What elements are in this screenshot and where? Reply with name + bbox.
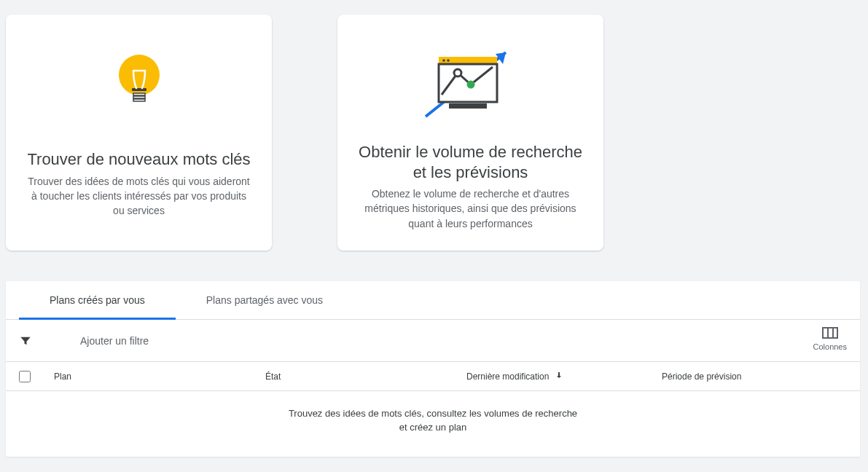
columns-icon xyxy=(822,327,838,340)
card-search-volume[interactable]: Obtenir le volume de recherche et les pr… xyxy=(337,15,603,251)
columns-button[interactable]: Colonnes xyxy=(813,327,847,351)
col-header-modified[interactable]: Dernière modification xyxy=(466,371,662,382)
svg-rect-14 xyxy=(823,328,837,338)
filter-icon[interactable] xyxy=(19,334,51,347)
columns-label: Colonnes xyxy=(813,342,847,351)
card-desc: Obtenez le volume de recherche et d'autr… xyxy=(358,186,583,231)
sort-desc-icon xyxy=(555,371,563,382)
card-title: Obtenir le volume de recherche et les pr… xyxy=(358,142,583,182)
tab-my-plans[interactable]: Plans créés par vous xyxy=(19,281,176,320)
card-title: Trouver de nouveaux mots clés xyxy=(27,149,250,170)
svg-rect-13 xyxy=(449,103,487,109)
card-find-keywords[interactable]: Trouver de nouveaux mots clés Trouver de… xyxy=(6,15,272,251)
card-desc: Trouver des idées de mots clés qui vous … xyxy=(26,174,251,219)
col-header-plan[interactable]: Plan xyxy=(54,371,265,382)
svg-rect-4 xyxy=(133,99,145,101)
col-header-modified-label: Dernière modification xyxy=(466,371,549,382)
col-header-state[interactable]: État xyxy=(265,371,466,382)
svg-rect-2 xyxy=(133,93,145,95)
svg-point-12 xyxy=(466,81,474,89)
col-header-period[interactable]: Période de prévision xyxy=(662,371,860,382)
lightbulb-icon xyxy=(112,44,167,131)
svg-point-11 xyxy=(454,69,461,76)
svg-rect-1 xyxy=(132,88,146,91)
svg-rect-3 xyxy=(133,96,145,98)
chart-arrow-icon xyxy=(420,44,522,124)
add-filter-button[interactable]: Ajouter un filtre xyxy=(80,335,149,347)
select-all-checkbox[interactable] xyxy=(19,371,31,382)
empty-state: Trouvez des idées de mots clés, consulte… xyxy=(6,391,860,457)
tab-shared-plans[interactable]: Plans partagés avec vous xyxy=(176,281,353,319)
plans-table: Plans créés par vous Plans partagés avec… xyxy=(6,281,860,457)
svg-point-9 xyxy=(447,59,450,62)
svg-point-8 xyxy=(442,59,445,62)
empty-state-text: Trouvez des idées de mots clés, consulte… xyxy=(287,407,579,435)
